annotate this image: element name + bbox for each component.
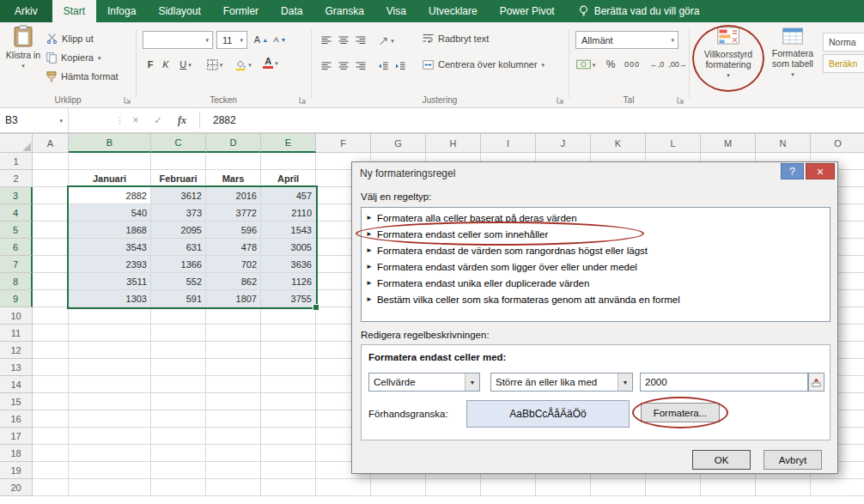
cell-E11[interactable]	[261, 325, 316, 342]
cell-D19[interactable]	[206, 462, 261, 479]
align-left-icon[interactable]	[319, 58, 333, 74]
cell-C9[interactable]: 591	[151, 290, 206, 307]
cell-O20[interactable]	[811, 479, 864, 496]
merge-center-button[interactable]: Centrera över kolumner ▾	[423, 57, 545, 72]
cell-C1[interactable]	[151, 153, 206, 170]
cut-button[interactable]: Klipp ut	[46, 31, 94, 46]
column-header-F[interactable]: F	[316, 134, 371, 153]
cell-C6[interactable]: 631	[151, 239, 206, 256]
cell-E2[interactable]: April	[261, 170, 316, 187]
cell-B9[interactable]: 1303	[69, 290, 151, 307]
tab-start[interactable]: Start	[52, 0, 96, 22]
cell-A12[interactable]	[33, 342, 69, 359]
cell-A16[interactable]	[33, 410, 69, 428]
cell-B14[interactable]	[69, 376, 151, 393]
cell-E3[interactable]: 457	[261, 187, 316, 204]
cell-E5[interactable]: 1543	[261, 222, 316, 239]
row-header-2[interactable]: 2	[0, 170, 33, 187]
row-header-7[interactable]: 7	[0, 256, 33, 273]
cell-A1[interactable]	[33, 153, 69, 170]
cell-A15[interactable]	[33, 393, 69, 410]
tab-granska[interactable]: Granska	[313, 0, 374, 22]
close-button[interactable]: ×	[806, 163, 835, 179]
align-bottom-icon[interactable]	[354, 33, 368, 48]
cell-D2[interactable]: Mars	[206, 170, 261, 187]
cell-B2[interactable]: Januari	[69, 170, 151, 187]
decrease-decimal-button[interactable]: ,00→	[668, 57, 687, 72]
number-dialog-launcher[interactable]	[677, 96, 685, 104]
format-button[interactable]: Formatera...	[641, 403, 720, 422]
paste-button[interactable]: Klistra in ▾	[3, 25, 43, 69]
cell-H20[interactable]	[426, 479, 481, 496]
column-header-B[interactable]: B	[69, 134, 151, 153]
row-header-6[interactable]: 6	[0, 239, 33, 256]
cell-C11[interactable]	[151, 325, 206, 342]
row-header-11[interactable]: 11	[0, 325, 33, 342]
grow-font-button[interactable]: A▲	[253, 32, 270, 47]
conditional-formatting-button[interactable]: Villkorsstyrd formatering ▾	[694, 27, 763, 78]
condition-operator-dropdown[interactable]: Större än eller lika med ▼	[490, 373, 633, 392]
cell-C4[interactable]: 373	[151, 204, 206, 222]
cell-D3[interactable]: 2016	[206, 187, 261, 204]
cell-C16[interactable]	[151, 410, 206, 428]
tab-utvecklare[interactable]: Utvecklare	[417, 0, 489, 22]
cell-E10[interactable]	[261, 307, 316, 325]
increase-indent-icon[interactable]	[393, 58, 407, 74]
cell-D18[interactable]	[206, 445, 261, 462]
column-header-G[interactable]: G	[371, 134, 426, 153]
cell-B18[interactable]	[69, 445, 151, 462]
cell-A17[interactable]	[33, 428, 69, 445]
cell-M20[interactable]	[701, 479, 756, 496]
row-header-16[interactable]: 16	[0, 410, 33, 428]
font-name-dropdown[interactable]: ▾	[143, 31, 213, 49]
cell-D7[interactable]: 702	[206, 256, 261, 273]
fill-color-button[interactable]: ▾	[232, 57, 254, 72]
cell-F20[interactable]	[316, 479, 371, 496]
tab-visa[interactable]: Visa	[375, 0, 417, 22]
rule-type-option-3[interactable]: ►Formatera endast de värden som rangordn…	[362, 242, 830, 258]
cell-C14[interactable]	[151, 376, 206, 393]
font-dialog-launcher[interactable]	[299, 96, 307, 104]
align-center-icon[interactable]	[337, 58, 350, 74]
cell-B8[interactable]: 3511	[69, 273, 151, 290]
cell-E13[interactable]	[261, 359, 316, 376]
alignment-dialog-launcher[interactable]	[557, 96, 564, 104]
cell-C13[interactable]	[151, 359, 206, 376]
clipboard-dialog-launcher[interactable]	[124, 96, 131, 104]
cell-A7[interactable]	[33, 256, 69, 273]
cell-E8[interactable]: 1126	[261, 273, 316, 290]
column-header-E[interactable]: E	[261, 134, 316, 153]
cell-B15[interactable]	[69, 393, 151, 410]
cell-C2[interactable]: Februari	[151, 170, 206, 187]
align-top-icon[interactable]	[319, 33, 333, 48]
orientation-button[interactable]: ▾	[376, 33, 397, 48]
cell-B4[interactable]: 540	[69, 204, 151, 222]
tab-data[interactable]: Data	[270, 0, 313, 22]
align-middle-icon[interactable]	[337, 33, 350, 48]
cell-D12[interactable]	[206, 342, 261, 359]
cell-E17[interactable]	[261, 428, 316, 445]
name-box[interactable]: B3 ▾	[0, 108, 69, 132]
cell-G20[interactable]	[371, 479, 426, 496]
row-header-18[interactable]: 18	[0, 445, 33, 462]
row-header-9[interactable]: 9	[0, 290, 33, 307]
cell-C3[interactable]: 3612	[151, 187, 206, 204]
cell-D9[interactable]: 1807	[206, 290, 261, 307]
cell-D10[interactable]	[206, 307, 261, 325]
cell-B10[interactable]	[69, 307, 151, 325]
cancel-icon[interactable]: ×	[125, 108, 146, 132]
help-button[interactable]: ?	[781, 163, 804, 179]
cell-A4[interactable]	[33, 204, 69, 222]
cell-B5[interactable]: 1868	[69, 222, 151, 239]
row-header-3[interactable]: 3	[0, 187, 33, 204]
cell-L20[interactable]	[646, 479, 701, 496]
cell-A3[interactable]	[33, 187, 69, 204]
format-painter-button[interactable]: Hämta format	[46, 69, 119, 84]
column-header-A[interactable]: A	[33, 134, 69, 153]
rule-type-option-6[interactable]: ►Bestäm vilka celler som ska formateras …	[362, 291, 830, 307]
row-header-17[interactable]: 17	[0, 428, 33, 445]
currency-format-button[interactable]: ▾	[574, 57, 598, 72]
cell-E9[interactable]: 3755	[261, 290, 316, 307]
cell-A18[interactable]	[33, 445, 69, 462]
tell-me[interactable]: Berätta vad du vill göra	[578, 0, 700, 22]
